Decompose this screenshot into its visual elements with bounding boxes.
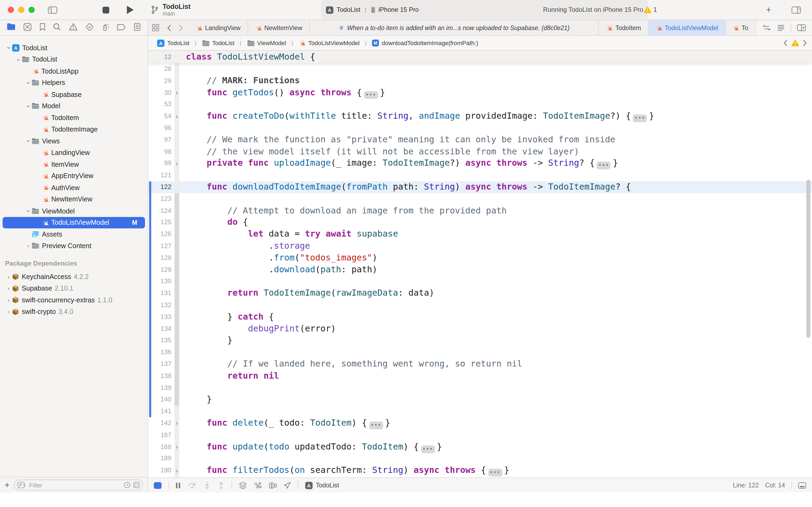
line-number[interactable]: 132 — [148, 299, 172, 311]
fold-ribbon[interactable] — [175, 311, 179, 323]
tree-item-assets[interactable]: Assets — [0, 228, 148, 240]
line-number[interactable]: 168 — [148, 441, 172, 453]
code-line-123[interactable]: 123 — [148, 193, 812, 205]
line-number[interactable]: 167 — [148, 429, 172, 441]
add-item-button[interactable]: + — [5, 481, 9, 489]
fold-ribbon[interactable] — [175, 276, 179, 288]
breakpoints-toggle-button[interactable] — [154, 482, 162, 489]
fold-ribbon[interactable] — [175, 122, 179, 134]
disclosure-chevron-icon[interactable]: ⌄ — [25, 136, 32, 144]
line-number[interactable]: 98 — [148, 146, 172, 158]
line-number[interactable]: 123 — [148, 193, 172, 205]
memory-graph-icon[interactable] — [254, 482, 262, 489]
code-line-125[interactable]: 125 do { — [148, 217, 812, 229]
code-line-140[interactable]: 140 } — [148, 394, 812, 405]
warning-count-badge[interactable]: 1 — [644, 0, 657, 19]
code-line-121[interactable]: 121 — [148, 169, 812, 181]
fold-ribbon[interactable] — [175, 453, 179, 464]
recent-files-icon[interactable] — [124, 482, 130, 489]
breadcrumb-item[interactable]: MdownloadTodoItemImage(fromPath:) — [372, 40, 478, 47]
scheme-selector[interactable]: A TodoList ⟩ iPhone 15 Pro Running TodoL… — [321, 0, 648, 19]
simulate-location-icon[interactable] — [284, 482, 291, 489]
tab-to[interactable]: To — [726, 20, 756, 35]
fold-ribbon[interactable] — [175, 158, 179, 169]
fold-ribbon[interactable] — [175, 63, 179, 75]
code-line-168[interactable]: 168 func update(todo updatedTodo: TodoIt… — [148, 441, 812, 453]
issue-warning-icon[interactable] — [791, 40, 799, 47]
editor-scrollbar[interactable] — [806, 180, 810, 338]
fold-ribbon[interactable] — [175, 264, 179, 276]
line-number[interactable]: 141 — [148, 405, 172, 417]
code-line-139[interactable]: 139 — [148, 382, 812, 394]
tree-item-todoitem[interactable]: TodoItem — [0, 112, 148, 123]
fold-ribbon[interactable] — [175, 110, 179, 122]
fold-ribbon[interactable] — [175, 169, 179, 181]
navigator-tab-reports-icon[interactable] — [134, 22, 141, 33]
tree-item-todolist[interactable]: ⌄ATodoList — [0, 42, 148, 53]
line-number[interactable]: 138 — [148, 370, 172, 382]
line-number[interactable]: 126 — [148, 229, 172, 240]
fold-ribbon[interactable] — [175, 417, 179, 429]
fold-ribbon[interactable] — [175, 181, 179, 193]
package-item-swift-crypto[interactable]: ›swift-crypto3.4.0 — [0, 306, 148, 318]
tree-item-todolistviewmodel[interactable]: TodoListViewModelM — [3, 217, 145, 228]
code-line-130[interactable]: 130 — [148, 276, 812, 288]
left-sidebar-toggle-icon[interactable] — [48, 0, 57, 19]
fold-ribbon[interactable] — [175, 288, 179, 299]
line-number[interactable]: 29 — [148, 75, 172, 87]
code-line-142[interactable]: 142 func delete(_ todo: TodoItem) {•••} — [148, 417, 812, 429]
fold-ribbon[interactable] — [175, 252, 179, 264]
disclosure-chevron-icon[interactable]: ⌄ — [15, 55, 22, 62]
next-issue-icon[interactable] — [803, 40, 807, 47]
minimize-window-button[interactable] — [18, 7, 24, 13]
line-number[interactable]: 30 — [148, 87, 172, 99]
code-line-53[interactable]: 53 — [148, 99, 812, 110]
fold-ribbon[interactable] — [175, 347, 179, 358]
line-number[interactable]: 54 — [148, 110, 172, 122]
code-line-122[interactable]: 122 func downloadTodoItemImage(fromPath … — [148, 181, 812, 193]
stop-button[interactable] — [103, 0, 109, 19]
navigator-tab-tests-icon[interactable] — [85, 22, 94, 33]
swap-editors-icon[interactable] — [762, 24, 771, 31]
zoom-window-button[interactable] — [28, 7, 35, 13]
tree-item-views[interactable]: ⌄Views — [0, 135, 148, 147]
line-number[interactable]: 129 — [148, 264, 172, 276]
tab-when-a-to-do-item-is-added-wit[interactable]: #When a to-do item is added with an im..… — [309, 20, 599, 35]
fold-ribbon[interactable] — [175, 405, 179, 417]
code-line-127[interactable]: 127 .storage — [148, 240, 812, 252]
tree-item-helpers[interactable]: ⌄Helpers — [0, 77, 148, 88]
disclosure-chevron-icon[interactable]: ⌄ — [5, 43, 12, 51]
line-number[interactable]: 53 — [148, 99, 172, 110]
tree-item-viewmodel[interactable]: ⌄ViewModel — [0, 205, 148, 217]
line-number[interactable]: 124 — [148, 205, 172, 217]
code-line-167[interactable]: 167 — [148, 429, 812, 441]
line-number[interactable]: 96 — [148, 122, 172, 134]
code-folded-ellipsis[interactable]: ••• — [364, 91, 378, 99]
step-into-icon[interactable] — [204, 482, 211, 489]
disclosure-chevron-icon[interactable]: › — [5, 274, 12, 280]
line-number[interactable]: 130 — [148, 276, 172, 288]
breadcrumb-item[interactable]: ATodoList — [157, 39, 189, 47]
breadcrumb-item[interactable]: TodoListViewModel — [299, 40, 359, 47]
fold-ribbon[interactable] — [175, 335, 179, 347]
code-line-132[interactable]: 132 — [148, 299, 812, 311]
tab-landingview[interactable]: LandingView — [188, 20, 248, 35]
tree-item-newitemview[interactable]: NewItemView — [0, 193, 148, 205]
tree-item-todoitemimage[interactable]: TodoItemImage — [0, 123, 148, 135]
navigator-tab-bookmarks-icon[interactable] — [39, 22, 45, 33]
package-item-supabase[interactable]: ›Supabase2.10.1 — [0, 282, 148, 294]
line-number[interactable]: 127 — [148, 240, 172, 252]
disclosure-chevron-icon[interactable]: › — [5, 309, 12, 315]
fold-ribbon[interactable] — [175, 240, 179, 252]
line-number[interactable]: 189 — [148, 453, 172, 464]
fold-ribbon[interactable] — [175, 370, 179, 382]
fold-ribbon[interactable] — [175, 394, 179, 405]
code-folded-ellipsis[interactable]: ••• — [488, 469, 502, 477]
step-out-icon[interactable] — [218, 482, 225, 489]
fold-ribbon[interactable] — [175, 134, 179, 146]
fold-ribbon[interactable] — [175, 146, 179, 158]
line-number[interactable]: 190 — [148, 464, 172, 476]
code-line-134[interactable]: 134 debugPrint(error) — [148, 323, 812, 335]
scm-status-filter-icon[interactable] — [133, 482, 140, 489]
tree-item-model[interactable]: ⌄Model — [0, 100, 148, 112]
